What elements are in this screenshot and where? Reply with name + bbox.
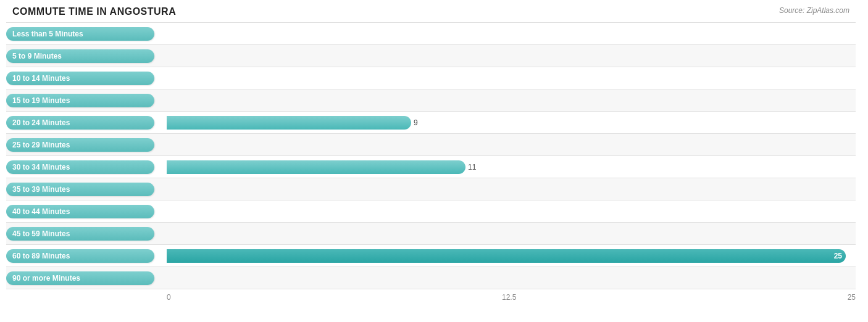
table-row: 25 to 29 Minutes xyxy=(6,133,856,155)
bar-label-pill: 20 to 24 Minutes xyxy=(6,116,154,130)
bar-fill: 25 xyxy=(167,249,846,263)
bar-area: 9 xyxy=(167,112,856,133)
table-row: 15 to 19 Minutes xyxy=(6,89,856,111)
bar-label-container: 60 to 89 Minutes xyxy=(6,249,167,263)
header-row: COMMUTE TIME IN ANGOSTURA Source: ZipAtl… xyxy=(6,6,856,17)
bar-label-container: 15 to 19 Minutes xyxy=(6,94,167,107)
bar-fill xyxy=(167,160,465,174)
bar-label-pill: 5 to 9 Minutes xyxy=(6,49,154,63)
bar-fill xyxy=(167,116,411,130)
bar-area xyxy=(167,89,856,111)
bar-label-pill: 15 to 19 Minutes xyxy=(6,94,154,107)
bar-label-container: 20 to 24 Minutes xyxy=(6,116,167,130)
bar-area xyxy=(167,134,856,155)
bar-label-pill: 10 to 14 Minutes xyxy=(6,72,154,85)
table-row: 30 to 34 Minutes11 xyxy=(6,155,856,178)
source-text: Source: ZipAtlas.com xyxy=(779,6,849,15)
bar-label-container: 25 to 29 Minutes xyxy=(6,138,167,152)
bar-label-container: 90 or more Minutes xyxy=(6,271,167,285)
bar-area xyxy=(167,178,856,200)
bar-label-pill: 30 to 34 Minutes xyxy=(6,160,154,174)
chart-container: COMMUTE TIME IN ANGOSTURA Source: ZipAtl… xyxy=(0,0,868,322)
bar-area xyxy=(167,200,856,222)
bar-label-container: 10 to 14 Minutes xyxy=(6,72,167,85)
x-axis-max: 25 xyxy=(848,293,856,302)
bar-label-container: 40 to 44 Minutes xyxy=(6,205,167,218)
bar-label-container: Less than 5 Minutes xyxy=(6,27,167,41)
bar-label-pill: 60 to 89 Minutes xyxy=(6,249,154,263)
bar-area: 25 xyxy=(167,245,856,266)
bar-label-pill: 45 to 59 Minutes xyxy=(6,227,154,241)
bar-label-pill: Less than 5 Minutes xyxy=(6,27,154,41)
bar-label-pill: 25 to 29 Minutes xyxy=(6,138,154,152)
table-row: 5 to 9 Minutes xyxy=(6,44,856,67)
table-row: Less than 5 Minutes xyxy=(6,22,856,44)
table-row: 20 to 24 Minutes9 xyxy=(6,111,856,133)
table-row: 40 to 44 Minutes xyxy=(6,200,856,222)
x-axis: 0 12.5 25 xyxy=(6,289,856,302)
table-row: 45 to 59 Minutes xyxy=(6,222,856,244)
table-row: 35 to 39 Minutes xyxy=(6,178,856,200)
chart-body: Less than 5 Minutes5 to 9 Minutes10 to 1… xyxy=(6,22,856,289)
bar-value: 11 xyxy=(468,163,868,171)
bar-area xyxy=(167,23,856,44)
bar-area: 11 xyxy=(167,156,856,178)
x-axis-min: 0 xyxy=(167,293,171,302)
bar-label-container: 5 to 9 Minutes xyxy=(6,49,167,63)
bar-label-pill: 40 to 44 Minutes xyxy=(6,205,154,218)
table-row: 60 to 89 Minutes25 xyxy=(6,244,856,266)
bar-value: 9 xyxy=(414,118,868,127)
table-row: 90 or more Minutes xyxy=(6,266,856,289)
bar-label-pill: 35 to 39 Minutes xyxy=(6,183,154,196)
x-axis-mid: 12.5 xyxy=(502,293,516,302)
bar-area xyxy=(167,267,856,289)
bar-label-container: 45 to 59 Minutes xyxy=(6,227,167,241)
bar-label-pill: 90 or more Minutes xyxy=(6,271,154,285)
bar-area xyxy=(167,67,856,89)
bar-label-container: 30 to 34 Minutes xyxy=(6,160,167,174)
table-row: 10 to 14 Minutes xyxy=(6,67,856,89)
bar-value: 25 xyxy=(834,252,842,260)
bar-area xyxy=(167,45,856,67)
bar-label-container: 35 to 39 Minutes xyxy=(6,183,167,196)
bar-area xyxy=(167,223,856,244)
chart-title: COMMUTE TIME IN ANGOSTURA xyxy=(12,6,176,17)
